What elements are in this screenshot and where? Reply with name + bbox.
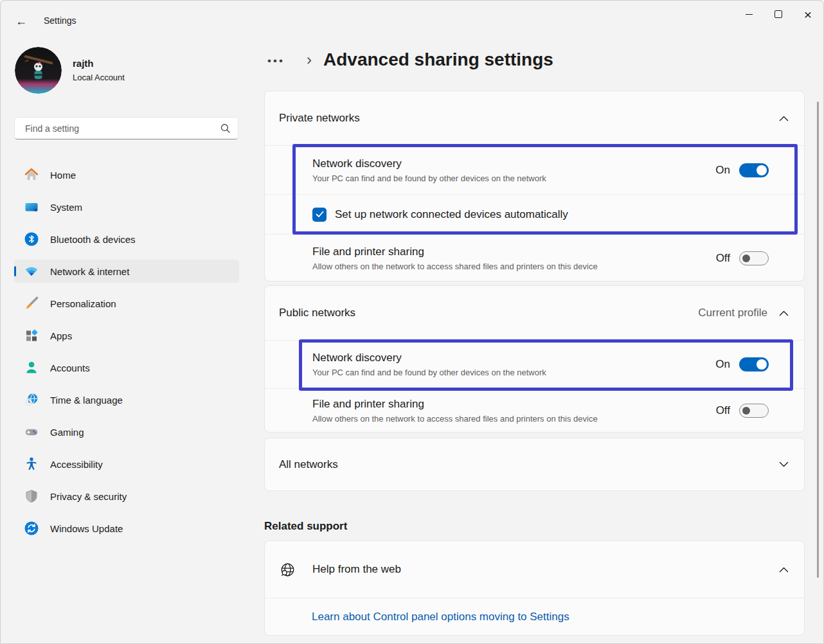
breadcrumb-ellipsis-button[interactable]: ••• (267, 55, 285, 67)
system-icon (24, 199, 39, 215)
sidebar-item-time-language[interactable]: Time & language (14, 388, 239, 411)
personalization-icon (24, 296, 39, 311)
control-panel-options-link[interactable]: Learn about Control panel options moving… (312, 611, 569, 623)
sidebar-item-system[interactable]: System (14, 195, 239, 219)
search-input[interactable] (24, 123, 220, 134)
sidebar-item-label: Accessibility (50, 459, 103, 470)
profile-name: rajth (73, 58, 94, 69)
app-title: Settings (44, 15, 76, 26)
chevron-up-icon[interactable] (779, 310, 789, 316)
main-content: ••• › Advanced sharing settings Private … (264, 1, 805, 644)
sidebar-item-label: Time & language (50, 395, 123, 406)
setting-title: Network discovery (312, 352, 546, 364)
windows-update-icon (24, 521, 39, 536)
setting-title: Network discovery (312, 157, 546, 170)
settings-window: ← Settings × rajth Local Account (0, 0, 824, 644)
sidebar-item-label: Apps (50, 330, 72, 341)
section-title: Private networks (279, 112, 360, 125)
file-printer-sharing-toggle[interactable] (739, 251, 769, 265)
network-discovery-toggle[interactable] (739, 357, 769, 371)
sidebar-item-windows-update[interactable]: Windows Update (14, 517, 239, 540)
sidebar-item-label: Personalization (50, 298, 116, 309)
toggle-state-label: Off (716, 404, 730, 417)
back-button[interactable]: ← (11, 12, 31, 31)
chevron-up-icon[interactable] (779, 116, 789, 121)
sidebar-item-label: Privacy & security (50, 491, 127, 502)
sidebar-item-personalization[interactable]: Personalization (14, 292, 239, 315)
private-networks-header[interactable]: Private networks (265, 91, 804, 145)
close-icon: × (804, 8, 812, 21)
file-printer-sharing-toggle[interactable] (739, 404, 769, 418)
chevron-up-icon[interactable] (779, 567, 789, 573)
search-box (14, 117, 238, 139)
section-title: All networks (279, 458, 338, 471)
apps-icon (24, 328, 39, 343)
sidebar-item-bluetooth-devices[interactable]: Bluetooth & devices (14, 228, 239, 251)
sidebar-item-label: Accounts (50, 362, 90, 373)
home-icon (24, 167, 39, 183)
sidebar-item-label: Bluetooth & devices (50, 234, 136, 245)
network-discovery-row: Network discovery Your PC can find and b… (265, 341, 804, 388)
network-discovery-row: Network discovery Your PC can find and b… (265, 146, 804, 194)
toggle-knob (742, 255, 750, 262)
accounts-icon (24, 360, 39, 375)
sidebar-item-label: System (50, 202, 82, 213)
globe-search-icon (279, 561, 296, 578)
private-networks-card: Private networks Network discovery Your … (264, 91, 805, 282)
setting-description: Allow others on the network to access sh… (312, 262, 598, 271)
sidebar-item-label: Gaming (50, 427, 84, 438)
help-link-row: Learn about Control panel options moving… (265, 598, 804, 636)
sidebar-item-accounts[interactable]: Accounts (14, 356, 239, 379)
search-icon (220, 123, 230, 133)
setting-title: File and printer sharing (312, 398, 598, 411)
breadcrumb-separator-icon: › (307, 51, 312, 69)
time-language-icon (24, 392, 39, 407)
profile-account-type: Local Account (73, 73, 125, 82)
toggle-knob (757, 165, 767, 175)
bluetooth-icon (24, 231, 39, 247)
setup-devices-checkbox[interactable] (312, 208, 327, 222)
scrollbar-thumb[interactable] (817, 102, 819, 578)
sidebar-item-label: Home (50, 170, 76, 181)
network-discovery-toggle[interactable] (739, 163, 769, 177)
all-networks-header[interactable]: All networks (265, 438, 804, 490)
privacy-security-icon (24, 488, 39, 504)
sidebar-item-label: Network & internet (50, 266, 129, 277)
sidebar-item-home[interactable]: Home (14, 163, 239, 186)
sidebar-item-privacy-security[interactable]: Privacy & security (14, 485, 239, 508)
all-networks-card: All networks (264, 438, 805, 491)
sidebar-item-apps[interactable]: Apps (14, 324, 239, 347)
sidebar-item-gaming[interactable]: Gaming (14, 420, 239, 443)
file-printer-sharing-row: File and printer sharing Allow others on… (265, 235, 804, 282)
toggle-state-label: On (715, 164, 730, 177)
accessibility-icon (24, 456, 39, 472)
file-printer-sharing-row: File and printer sharing Allow others on… (265, 389, 804, 433)
setting-description: Your PC can find and be found by other d… (312, 368, 546, 377)
sidebar-item-label: Windows Update (50, 523, 123, 534)
sidebar-item-network-internet[interactable]: Network & internet (14, 260, 239, 283)
toggle-state-label: On (715, 358, 730, 371)
public-networks-card: Public networks Current profile Network … (264, 285, 805, 433)
section-title: Public networks (279, 307, 355, 319)
chevron-down-icon[interactable] (779, 461, 789, 467)
related-support-heading: Related support (264, 520, 347, 533)
sidebar-item-accessibility[interactable]: Accessibility (14, 452, 239, 476)
avatar (15, 47, 62, 94)
toggle-knob (742, 407, 750, 415)
public-networks-header[interactable]: Public networks Current profile (265, 286, 804, 340)
help-header[interactable]: Help from the web (265, 541, 804, 598)
help-card: Help from the web Learn about Control pa… (264, 541, 805, 636)
setting-title: File and printer sharing (312, 246, 598, 258)
gaming-icon (24, 424, 39, 440)
toggle-knob (757, 359, 767, 370)
current-profile-label: Current profile (698, 307, 767, 319)
page-title: Advanced sharing settings (323, 49, 553, 70)
toggle-state-label: Off (716, 252, 730, 265)
checkbox-label: Set up network connected devices automat… (335, 208, 568, 221)
setting-description: Allow others on the network to access sh… (312, 414, 598, 424)
setting-description: Your PC can find and be found by other d… (312, 174, 546, 183)
sidebar-nav: Home System Bluetooth & devices Network … (14, 163, 239, 549)
help-title: Help from the web (312, 563, 401, 576)
setup-devices-row: Set up network connected devices automat… (265, 195, 804, 234)
network-icon (24, 264, 39, 279)
